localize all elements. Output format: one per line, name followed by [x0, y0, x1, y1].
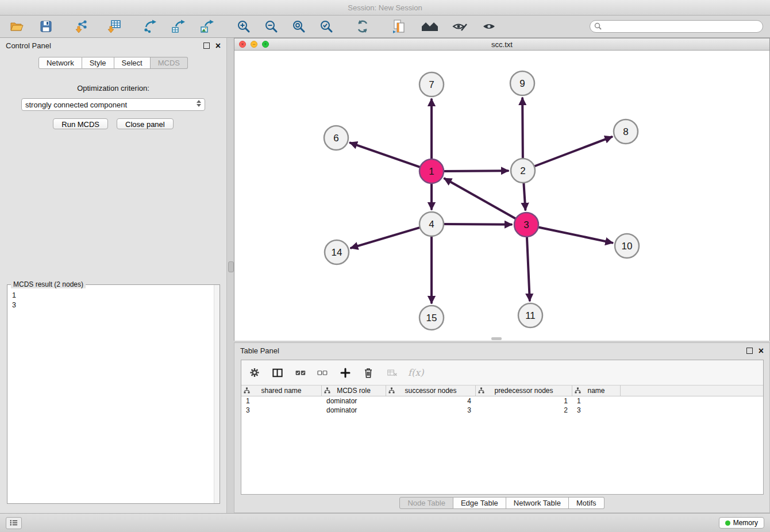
graph-edge[interactable] — [442, 224, 511, 225]
function-builder-button-disabled: f(x) — [408, 367, 424, 378]
column-header-successor-nodes[interactable]: successor nodes — [386, 385, 476, 396]
column-header-mcds-role[interactable]: MCDS role — [322, 385, 386, 396]
graph-node-label: 7 — [429, 79, 434, 90]
search-input[interactable] — [590, 20, 763, 33]
clone-network-button[interactable] — [388, 17, 410, 36]
graph-node-4[interactable]: 4 — [419, 212, 444, 236]
table-row[interactable]: 3dominator323 — [241, 406, 763, 415]
graph-node-3[interactable]: 3 — [514, 213, 538, 237]
import-network-button[interactable] — [71, 17, 93, 36]
zoom-fit-button[interactable] — [288, 17, 309, 36]
graph-node-label: 11 — [525, 310, 536, 321]
graph-node-6[interactable]: 6 — [324, 126, 348, 150]
mcds-result-title: MCDS result (2 nodes) — [11, 280, 86, 288]
memory-button[interactable]: Memory — [719, 517, 764, 529]
network-hscroll-thumb[interactable] — [491, 337, 502, 340]
run-mcds-button[interactable]: Run MCDS — [53, 118, 108, 129]
tab-edge-table[interactable]: Edge Table — [453, 497, 506, 509]
table-row[interactable]: 1dominator411 — [241, 396, 763, 406]
control-panel-header: Control Panel × — [0, 38, 226, 53]
graph-edge[interactable] — [442, 171, 508, 171]
maximize-window-icon[interactable]: + — [262, 41, 269, 48]
deselect-all-button[interactable] — [314, 364, 331, 381]
import-network-icon — [75, 19, 90, 34]
column-tree-icon — [478, 387, 484, 394]
import-table-button[interactable] — [103, 17, 125, 36]
zoom-out-icon — [264, 20, 278, 33]
zoom-in-button[interactable] — [233, 17, 254, 36]
mcds-result-line: 1 — [12, 291, 220, 300]
tab-motifs[interactable]: Motifs — [569, 497, 605, 509]
optimization-criterion-label: Optimization criterion: — [0, 84, 226, 92]
column-header-filler — [621, 385, 763, 396]
graph-edge[interactable] — [533, 137, 612, 167]
memory-label: Memory — [733, 519, 758, 527]
graph-edge[interactable] — [445, 179, 517, 219]
open-folder-icon — [9, 20, 24, 33]
optimization-select[interactable]: strongly connected component — [21, 98, 205, 111]
graph-node-10[interactable]: 10 — [615, 234, 639, 258]
close-panel-button[interactable]: Close panel — [117, 118, 174, 129]
close-panel-icon[interactable]: × — [215, 42, 221, 50]
graph-edge[interactable] — [523, 182, 525, 210]
float-table-panel-icon[interactable] — [746, 348, 753, 354]
export-image-button[interactable] — [197, 17, 218, 36]
style-preview-button[interactable] — [448, 17, 471, 36]
graph-node-2[interactable]: 2 — [511, 159, 535, 183]
add-row-button[interactable] — [337, 364, 354, 381]
tab-style[interactable]: Style — [82, 57, 114, 69]
close-table-panel-icon[interactable]: × — [759, 347, 764, 355]
zoom-selected-button[interactable] — [316, 17, 337, 36]
select-all-button[interactable] — [292, 364, 309, 381]
graph-node-9[interactable]: 9 — [510, 71, 534, 95]
export-table-button[interactable] — [168, 17, 190, 36]
float-panel-icon[interactable] — [203, 43, 210, 49]
graph-node-label: 8 — [623, 126, 628, 137]
delete-row-button[interactable] — [360, 364, 377, 381]
graph-node-8[interactable]: 8 — [614, 119, 638, 144]
graph-node-1[interactable]: 1 — [419, 159, 444, 183]
import-table-icon — [107, 19, 122, 34]
tab-network-table[interactable]: Network Table — [506, 497, 569, 509]
graph-node-11[interactable]: 11 — [518, 303, 542, 327]
refresh-icon — [355, 19, 370, 34]
task-history-button[interactable] — [6, 517, 22, 529]
table-cell: dominator — [322, 397, 386, 405]
apply-layout-button[interactable] — [352, 17, 374, 36]
window-titlebar[interactable]: Session: New Session — [0, 0, 770, 16]
mcds-result-list[interactable]: 1 3 — [7, 285, 220, 310]
graph-edge[interactable] — [351, 227, 421, 248]
open-session-button[interactable] — [6, 17, 28, 36]
tab-select[interactable]: Select — [114, 57, 151, 69]
close-window-icon[interactable]: × — [239, 41, 246, 48]
result-scrollbar[interactable] — [214, 285, 220, 503]
column-header-shared-name[interactable]: shared name — [241, 385, 322, 396]
panel-splitter-handle[interactable] — [228, 261, 234, 272]
node-table-body: 1dominator4113dominator323 — [241, 396, 763, 415]
save-session-button[interactable] — [36, 17, 56, 36]
graph-edge[interactable] — [537, 227, 613, 243]
column-header-name[interactable]: name — [572, 385, 621, 396]
graph-node-label: 6 — [333, 133, 338, 144]
export-network-button[interactable] — [139, 17, 161, 36]
column-pane-button[interactable] — [269, 364, 286, 381]
graph-node-7[interactable]: 7 — [419, 72, 444, 97]
graph-edge[interactable] — [522, 98, 523, 160]
minimize-window-icon[interactable]: − — [251, 41, 257, 48]
tab-mcds[interactable]: MCDS — [151, 57, 188, 69]
graph-edge[interactable] — [351, 143, 422, 168]
graph-edge[interactable] — [527, 236, 530, 300]
network-canvas[interactable]: 7968124314101511 — [234, 51, 769, 341]
graph-node-14[interactable]: 14 — [325, 240, 349, 264]
home-layout-button[interactable] — [417, 17, 442, 36]
network-window-titlebar[interactable]: × − + scc.txt — [234, 38, 769, 51]
zoom-out-button[interactable] — [261, 17, 282, 36]
delete-table-icon — [387, 368, 398, 377]
show-hide-button[interactable] — [478, 17, 500, 36]
tab-network[interactable]: Network — [38, 57, 82, 69]
graph-node-15[interactable]: 15 — [419, 306, 444, 330]
table-settings-button[interactable] — [246, 364, 263, 381]
node-table-container: f(x) shared name MCDS role successor nod… — [241, 360, 764, 495]
tab-node-table[interactable]: Node Table — [399, 497, 453, 509]
column-header-predecessor-nodes[interactable]: predecessor nodes — [476, 385, 572, 396]
